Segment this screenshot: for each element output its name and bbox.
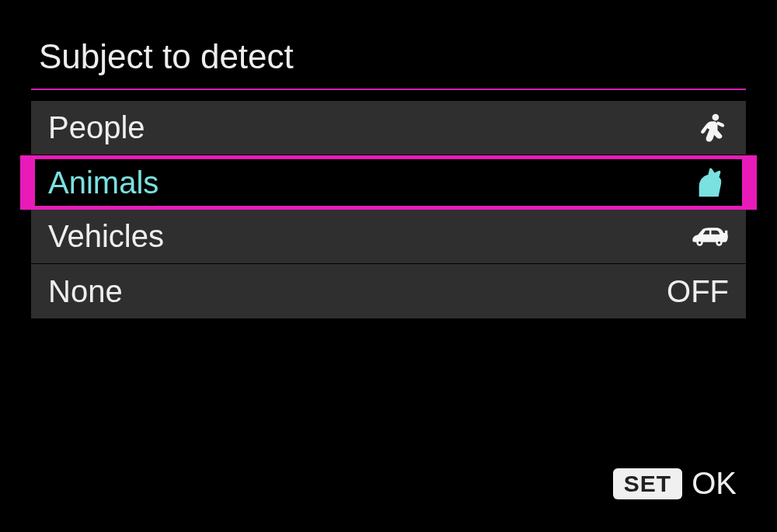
option-label: People — [48, 110, 145, 145]
footer-confirm: SET OK — [613, 466, 737, 501]
option-people[interactable]: People — [31, 101, 746, 155]
svg-point-4 — [718, 241, 720, 243]
svg-point-0 — [713, 113, 720, 120]
title-underline — [31, 89, 746, 90]
camera-menu-screen: Subject to detect People Animals — [0, 0, 777, 532]
option-label: None — [48, 274, 123, 309]
ok-label: OK — [692, 466, 737, 501]
option-label: Animals — [48, 165, 159, 200]
car-icon — [690, 217, 729, 256]
set-button[interactable]: SET — [613, 468, 682, 499]
option-label: Vehicles — [48, 219, 164, 254]
cat-icon — [690, 163, 729, 202]
option-none[interactable]: None OFF — [31, 264, 746, 318]
option-animals[interactable]: Animals — [31, 155, 746, 210]
options-list: People Animals Vehicles — [31, 101, 746, 318]
page-title: Subject to detect — [31, 37, 746, 84]
person-running-icon — [690, 109, 729, 148]
off-label: OFF — [667, 274, 729, 309]
option-vehicles[interactable]: Vehicles — [31, 210, 746, 264]
svg-point-3 — [699, 241, 701, 243]
